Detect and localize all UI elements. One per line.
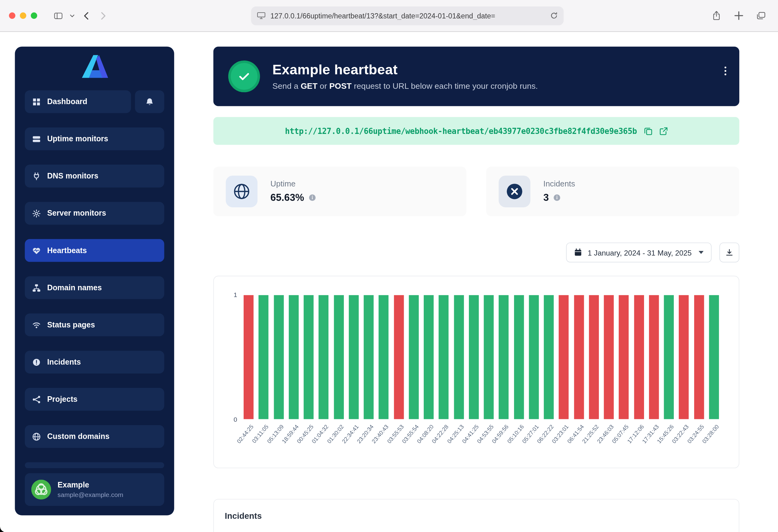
chart-bar-down[interactable] bbox=[619, 295, 629, 419]
sidebar-item-server-monitors[interactable]: Server monitors bbox=[25, 202, 164, 225]
tab-overview-icon[interactable] bbox=[753, 8, 769, 23]
website-settings-icon[interactable] bbox=[257, 12, 265, 19]
chart-bar-down[interactable] bbox=[559, 295, 569, 419]
chart-bar-up[interactable] bbox=[289, 295, 298, 419]
chart-bar-column[interactable]: 03:23:01 bbox=[559, 295, 569, 419]
chart-bar-column[interactable]: 05:27:01 bbox=[529, 295, 539, 419]
chart-bar-up[interactable] bbox=[499, 295, 509, 419]
chart-bar-column[interactable]: 03:11:05 bbox=[259, 295, 268, 419]
chart-bar-column[interactable]: 04:53:55 bbox=[484, 295, 493, 419]
notifications-bell-button[interactable] bbox=[135, 90, 164, 113]
chart-bar-column[interactable]: 00:45:25 bbox=[304, 295, 313, 419]
chart-bar-down[interactable] bbox=[694, 295, 704, 419]
chart-bar-up[interactable] bbox=[349, 295, 359, 419]
incidents-value: 3 bbox=[543, 192, 549, 203]
chart-bar-column[interactable]: 03:28:00 bbox=[709, 295, 719, 419]
page-title: Example heartbeat bbox=[273, 62, 538, 78]
chart-bar-column[interactable]: 01:04:32 bbox=[319, 295, 328, 419]
chart-bar-column[interactable]: 15:45:26 bbox=[664, 295, 674, 419]
chart-bar-down[interactable] bbox=[589, 295, 599, 419]
copy-icon[interactable] bbox=[644, 127, 652, 135]
zoom-window-button[interactable] bbox=[31, 12, 37, 19]
chart-bar-up[interactable] bbox=[709, 295, 719, 419]
chart-bar-column[interactable]: 04:25:13 bbox=[454, 295, 464, 419]
chart-bar-up[interactable] bbox=[544, 295, 554, 419]
chart-bar-up[interactable] bbox=[424, 295, 434, 419]
sidebar-item-custom-domains[interactable]: Custom domains bbox=[25, 425, 164, 448]
chart-bar-up[interactable] bbox=[304, 295, 313, 419]
chart-bar-up[interactable] bbox=[529, 295, 539, 419]
external-link-icon[interactable] bbox=[659, 127, 668, 135]
sidebar-item-partial[interactable] bbox=[25, 462, 164, 468]
info-icon[interactable] bbox=[309, 194, 316, 201]
address-bar-url: 127.0.0.1/66uptime/heartbeat/13?&start_d… bbox=[270, 12, 545, 20]
sidebar-item-incidents[interactable]: Incidents bbox=[25, 351, 164, 373]
chart-bar-down[interactable] bbox=[244, 295, 253, 419]
chart-bar-column[interactable]: 04:59:56 bbox=[499, 295, 509, 419]
chart-bar-column[interactable]: 04:08:20 bbox=[424, 295, 434, 419]
chart-bar-column[interactable]: 23:40:43 bbox=[379, 295, 388, 419]
share-icon[interactable] bbox=[709, 8, 724, 23]
close-window-button[interactable] bbox=[9, 12, 15, 19]
info-icon[interactable] bbox=[553, 194, 561, 201]
sidebar-item-status-pages[interactable]: Status pages bbox=[25, 314, 164, 336]
chart-bar-down[interactable] bbox=[604, 295, 614, 419]
download-button[interactable] bbox=[719, 243, 739, 263]
chart-bar-down[interactable] bbox=[394, 295, 403, 419]
chart-bar-down[interactable] bbox=[574, 295, 584, 419]
sidebar-item-projects[interactable]: Projects bbox=[25, 388, 164, 411]
chart-bar-column[interactable]: 03:55:53 bbox=[394, 295, 403, 419]
chart-bar-column[interactable]: 23:20:34 bbox=[364, 295, 374, 419]
sidebar-item-dns-monitors[interactable]: DNS monitors bbox=[25, 165, 164, 187]
chart-bar-column[interactable]: 18:59:44 bbox=[289, 295, 298, 419]
chart-bar-column[interactable]: 01:30:02 bbox=[334, 295, 343, 419]
chart-bar-up[interactable] bbox=[454, 295, 464, 419]
chart-bar-column[interactable]: 06:41:54 bbox=[574, 295, 584, 419]
chart-bar-up[interactable] bbox=[514, 295, 524, 419]
chart-bar-up[interactable] bbox=[439, 295, 449, 419]
chart-bar-column[interactable]: 17:12:06 bbox=[634, 295, 644, 419]
chart-bar-column[interactable]: 05:10:16 bbox=[514, 295, 524, 419]
chart-bar-column[interactable]: 06:22:22 bbox=[544, 295, 554, 419]
chart-bar-up[interactable] bbox=[259, 295, 268, 419]
sidebar-toggle-icon[interactable] bbox=[50, 8, 66, 23]
chart-bar-up[interactable] bbox=[469, 295, 479, 419]
back-icon[interactable] bbox=[78, 8, 94, 23]
sidebar-item-uptime-monitors[interactable]: Uptime monitors bbox=[25, 127, 164, 150]
chart-bar-column[interactable]: 03:22:43 bbox=[679, 295, 689, 419]
chart-bar-up[interactable] bbox=[484, 295, 493, 419]
chart-bar-up[interactable] bbox=[319, 295, 328, 419]
page-background: DashboardUptime monitorsDNS monitorsServ… bbox=[0, 32, 778, 532]
chart-bar-down[interactable] bbox=[649, 295, 659, 419]
chart-bar-column[interactable]: 05:07:45 bbox=[619, 295, 629, 419]
new-tab-icon[interactable] bbox=[731, 8, 747, 23]
chart-bar-column[interactable]: 02:44:25 bbox=[244, 295, 253, 419]
chart-bar-column[interactable]: 21:25:52 bbox=[589, 295, 599, 419]
chart-bar-up[interactable] bbox=[379, 295, 388, 419]
minimize-window-button[interactable] bbox=[20, 12, 26, 19]
chart-bar-column[interactable]: 23:46:03 bbox=[604, 295, 614, 419]
reload-icon[interactable] bbox=[550, 12, 558, 19]
chart-bar-column[interactable]: 03:24:55 bbox=[694, 295, 704, 419]
chart-bar-up[interactable] bbox=[364, 295, 374, 419]
sidebar-item-heartbeats[interactable]: Heartbeats bbox=[25, 239, 164, 262]
address-bar[interactable]: 127.0.0.1/66uptime/heartbeat/13?&start_d… bbox=[251, 6, 563, 25]
chart-bar-up[interactable] bbox=[334, 295, 343, 419]
date-range-button[interactable]: 1 January, 2024 - 31 May, 2025 bbox=[566, 243, 711, 263]
user-card[interactable]: Example sample@example.com bbox=[25, 473, 164, 506]
chart-bar-column[interactable]: 22:34:41 bbox=[349, 295, 359, 419]
sidebar-item-dashboard[interactable]: Dashboard bbox=[25, 90, 131, 113]
chart-bar-column[interactable]: 04:22:28 bbox=[439, 295, 449, 419]
chevron-down-icon[interactable] bbox=[68, 8, 77, 23]
chart-bar-down[interactable] bbox=[634, 295, 644, 419]
chart-bar-column[interactable]: 05:13:09 bbox=[274, 295, 284, 419]
chart-bar-column[interactable]: 17:31:43 bbox=[649, 295, 659, 419]
chart-bar-up[interactable] bbox=[409, 295, 418, 419]
chart-bar-column[interactable]: 03:55:54 bbox=[409, 295, 418, 419]
chart-bar-column[interactable]: 04:41:25 bbox=[469, 295, 479, 419]
chart-bar-down[interactable] bbox=[679, 295, 689, 419]
sidebar-item-domain-names[interactable]: Domain names bbox=[25, 276, 164, 299]
kebab-menu-icon[interactable] bbox=[724, 66, 726, 77]
chart-bar-up[interactable] bbox=[274, 295, 284, 419]
chart-bar-up[interactable] bbox=[664, 295, 674, 419]
